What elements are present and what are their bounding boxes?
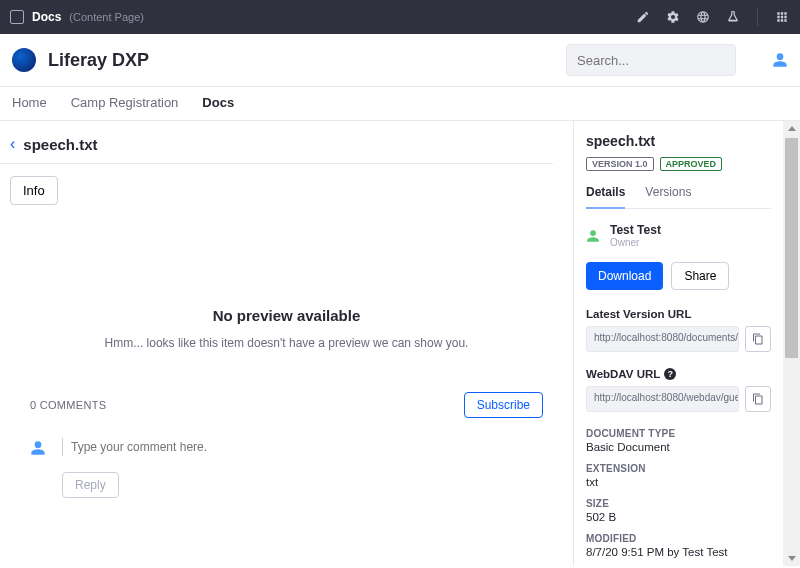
panel-title: speech.txt [586, 133, 771, 149]
topbar-right [635, 8, 790, 26]
webdav-url-field[interactable]: http://localhost:8080/webdav/gue [586, 386, 739, 412]
doctype-label: DOCUMENT TYPE [586, 428, 771, 439]
copy-webdav-url-button[interactable] [745, 386, 771, 412]
topbar-subtitle: (Content Page) [69, 11, 144, 23]
download-button[interactable]: Download [586, 262, 663, 290]
copy-latest-url-button[interactable] [745, 326, 771, 352]
vertical-scrollbar[interactable] [783, 121, 800, 566]
search-box[interactable] [566, 44, 736, 76]
version-badge: VERSION 1.0 [586, 157, 654, 171]
gear-icon[interactable] [665, 9, 681, 25]
comments-count: 0 COMMENTS [30, 399, 106, 411]
brand-name: Liferay DXP [48, 50, 149, 71]
nav-docs[interactable]: Docs [202, 95, 234, 110]
breadcrumb-row: ‹ speech.txt [0, 121, 553, 164]
document-title: speech.txt [23, 136, 97, 153]
globe-icon[interactable] [695, 9, 711, 25]
topbar-title: Docs [32, 10, 61, 24]
extension-value: txt [586, 476, 771, 488]
webdav-label: WebDAV URL? [586, 368, 771, 380]
modified-value: 8/7/20 9:51 PM by Test Test [586, 546, 771, 558]
search-input[interactable] [577, 53, 745, 68]
tab-versions[interactable]: Versions [645, 185, 691, 208]
latest-url-field[interactable]: http://localhost:8080/documents/ [586, 326, 739, 352]
info-button[interactable]: Info [10, 176, 58, 205]
apps-grid-icon[interactable] [774, 9, 790, 25]
tab-details[interactable]: Details [586, 185, 625, 209]
site-nav: Home Camp Registration Docs [0, 87, 800, 121]
extension-label: EXTENSION [586, 463, 771, 474]
modified-label: MODIFIED [586, 533, 771, 544]
owner-role: Owner [610, 237, 661, 248]
commenter-avatar-icon [30, 440, 46, 456]
owner-row: Test Test Owner [586, 223, 771, 248]
latest-url-label: Latest Version URL [586, 308, 771, 320]
preview-heading: No preview available [40, 307, 533, 324]
topbar-divider [757, 8, 758, 26]
doctype-value: Basic Document [586, 441, 771, 453]
nav-home[interactable]: Home [12, 95, 47, 110]
main-area: ‹ speech.txt Info No preview available H… [0, 121, 800, 566]
user-menu-icon[interactable] [772, 52, 788, 68]
copy-icon [752, 333, 764, 345]
owner-name: Test Test [610, 223, 661, 237]
topbar-left: Docs (Content Page) [10, 10, 144, 24]
panel-toggle-icon[interactable] [10, 10, 24, 24]
site-header: Liferay DXP [0, 34, 800, 87]
copy-icon [752, 393, 764, 405]
preview-area: No preview available Hmm... looks like t… [0, 217, 573, 392]
flask-icon[interactable] [725, 9, 741, 25]
owner-avatar-icon [586, 229, 600, 243]
size-label: SIZE [586, 498, 771, 509]
help-icon[interactable]: ? [664, 368, 676, 380]
size-value: 502 B [586, 511, 771, 523]
scrollbar-thumb[interactable] [785, 138, 798, 358]
details-panel: speech.txt VERSION 1.0 APPROVED Details … [573, 121, 783, 566]
status-badge: APPROVED [660, 157, 723, 171]
comments-section: 0 COMMENTS Subscribe Reply [0, 392, 573, 498]
edit-icon[interactable] [635, 9, 651, 25]
panel-tabs: Details Versions [586, 185, 771, 209]
comment-composer: Reply [30, 438, 543, 498]
comment-input[interactable] [62, 438, 543, 456]
preview-message: Hmm... looks like this item doesn't have… [40, 334, 533, 352]
share-button[interactable]: Share [671, 262, 729, 290]
back-chevron-icon[interactable]: ‹ [10, 135, 15, 153]
subscribe-button[interactable]: Subscribe [464, 392, 543, 418]
control-topbar: Docs (Content Page) [0, 0, 800, 34]
document-pane: ‹ speech.txt Info No preview available H… [0, 121, 573, 566]
brand-logo[interactable] [12, 48, 36, 72]
reply-button[interactable]: Reply [62, 472, 119, 498]
nav-camp[interactable]: Camp Registration [71, 95, 179, 110]
